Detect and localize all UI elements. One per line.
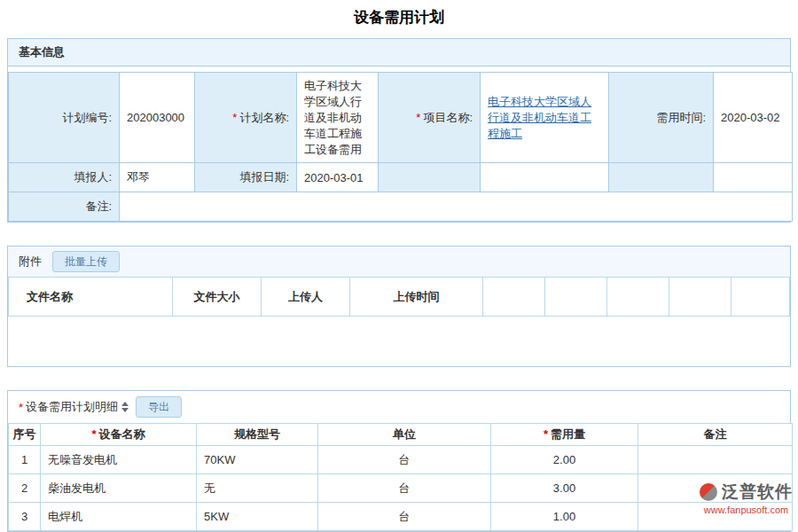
- cell-remark: [638, 474, 793, 503]
- remark-value: [120, 192, 793, 222]
- col-file-size: 文件大小: [173, 278, 262, 317]
- reporter-label: 填报人:: [9, 163, 120, 192]
- cell-qty: 3.00: [491, 474, 638, 503]
- attachments-empty-body: [8, 317, 790, 366]
- basic-info-row-3: 备注:: [9, 192, 793, 222]
- required-asterisk: *: [544, 427, 548, 441]
- plan-no-value: 202003000: [120, 73, 195, 163]
- empty-label-cell: [609, 163, 714, 192]
- details-bar: * 设备需用计划明细 导出: [8, 391, 790, 423]
- attachments-title: 附件: [19, 254, 42, 270]
- col-file-name: 文件名称: [9, 278, 173, 317]
- cell-seq: 2: [9, 474, 41, 503]
- basic-info-table: 计划编号: 202003000 *计划名称: 电子科技大学区域人行道及非机动车道…: [8, 72, 793, 222]
- empty-label-cell: [379, 163, 481, 192]
- plan-name-label: *计划名称:: [195, 73, 297, 163]
- required-asterisk: *: [232, 111, 237, 124]
- report-date-value: 2020-03-01: [297, 163, 379, 192]
- page: 设备需用计划 基本信息 计划编号: 202003000 *计划名称: 电子科技大…: [0, 0, 798, 532]
- cell-seq: 3: [9, 503, 41, 531]
- remark-label: 备注:: [9, 192, 120, 222]
- basic-info-row-1: 计划编号: 202003000 *计划名称: 电子科技大学区域人行道及非机动车道…: [9, 73, 793, 163]
- sort-down-arrow: [121, 408, 129, 412]
- plan-no-label: 计划编号:: [9, 73, 120, 163]
- sort-up-arrow: [121, 402, 129, 406]
- required-asterisk: *: [416, 111, 420, 124]
- project-name-label: *项目名称:: [379, 73, 481, 163]
- cell-unit: 台: [318, 474, 491, 503]
- basic-info-section: 基本信息 计划编号: 202003000 *计划名称: 电子科技大学区域人行道及…: [7, 38, 791, 223]
- col-model: 规格型号: [197, 424, 318, 446]
- required-asterisk: *: [91, 427, 96, 441]
- cell-qty: 1.00: [491, 503, 638, 531]
- col-empty: [669, 278, 732, 317]
- cell-model: 5KW: [197, 503, 318, 531]
- required-asterisk: *: [19, 401, 23, 414]
- col-unit: 单位: [318, 424, 491, 446]
- col-remark: 备注: [638, 424, 793, 446]
- cell-remark: [638, 446, 793, 474]
- cell-remark: [638, 503, 793, 531]
- cell-name: 无噪音发电机: [41, 446, 197, 474]
- export-button[interactable]: 导出: [136, 396, 182, 418]
- basic-info-row-2: 填报人: 邓琴 填报日期: 2020-03-01: [9, 163, 793, 192]
- cell-name: 电焊机: [41, 503, 197, 531]
- details-table: 序号 *设备名称 规格型号 单位 *需用量 备注 1 无噪音发电机 70KW 台…: [8, 423, 793, 531]
- col-empty: [607, 278, 669, 317]
- col-upload-time: 上传时间: [350, 278, 483, 317]
- attachments-section: 附件 批量上传 文件名称 文件大小 上传人 上传时间: [7, 246, 791, 367]
- project-name-cell: 电子科技大学区域人行道及非机动车道工程施工: [481, 73, 609, 163]
- batch-upload-button[interactable]: 批量上传: [52, 251, 120, 272]
- attachments-header-row: 文件名称 文件大小 上传人 上传时间: [9, 278, 790, 317]
- basic-info-section-header: 基本信息: [8, 39, 790, 66]
- need-time-label: 需用时间:: [609, 73, 714, 163]
- details-title: 设备需用计划明细: [26, 399, 118, 415]
- table-row: 2 柴油发电机 无 台 3.00: [9, 474, 793, 503]
- col-empty: [732, 278, 790, 317]
- project-name-link[interactable]: 电子科技大学区域人行道及非机动车道工程施工: [488, 95, 591, 140]
- details-section: * 设备需用计划明细 导出 序号 *设备名称 规格型号 单位 *需用量: [7, 390, 791, 532]
- basic-info-title: 基本信息: [19, 45, 65, 59]
- col-empty: [483, 278, 545, 317]
- cell-unit: 台: [318, 503, 491, 531]
- col-empty: [545, 278, 607, 317]
- page-title: 设备需用计划: [0, 7, 798, 27]
- cell-qty: 2.00: [491, 446, 638, 474]
- col-qty: *需用量: [491, 424, 638, 446]
- table-row: 1 无噪音发电机 70KW 台 2.00: [9, 446, 793, 474]
- col-uploader: 上传人: [262, 278, 350, 317]
- details-header-row: 序号 *设备名称 规格型号 单位 *需用量 备注: [9, 424, 793, 446]
- plan-name-value: 电子科技大学区域人行道及非机动车道工程施工设备需用: [297, 73, 379, 163]
- need-time-value: 2020-03-02: [714, 73, 793, 163]
- col-equipment-name: *设备名称: [41, 424, 197, 446]
- cell-model: 70KW: [197, 446, 318, 474]
- sort-icon[interactable]: [121, 402, 129, 412]
- col-seq: 序号: [9, 424, 41, 446]
- cell-unit: 台: [318, 446, 491, 474]
- empty-value-cell: [714, 163, 793, 192]
- empty-value-cell: [481, 163, 609, 192]
- cell-model: 无: [197, 474, 318, 503]
- attachments-bar: 附件 批量上传: [8, 246, 790, 277]
- reporter-value: 邓琴: [120, 163, 195, 192]
- report-date-label: 填报日期:: [195, 163, 297, 192]
- cell-seq: 1: [9, 446, 41, 474]
- cell-name: 柴油发电机: [41, 474, 197, 503]
- attachments-table: 文件名称 文件大小 上传人 上传时间: [8, 277, 790, 317]
- table-row: 3 电焊机 5KW 台 1.00: [9, 503, 793, 531]
